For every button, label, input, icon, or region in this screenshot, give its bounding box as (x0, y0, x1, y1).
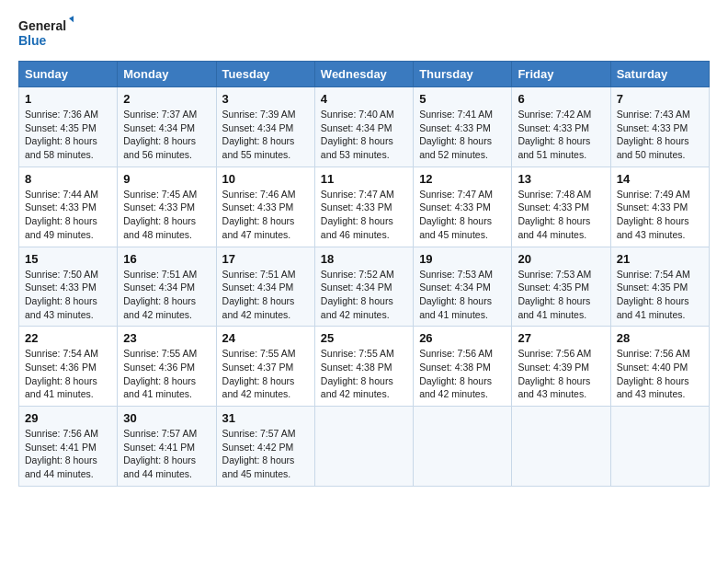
svg-text:General: General (18, 18, 66, 33)
day-detail: Sunrise: 7:36 AMSunset: 4:35 PMDaylight:… (25, 108, 111, 162)
calendar-cell (512, 407, 610, 487)
day-detail: Sunrise: 7:55 AMSunset: 4:38 PMDaylight:… (321, 347, 407, 401)
day-number: 15 (25, 252, 111, 266)
weekday-header-cell: Friday (512, 62, 610, 87)
day-number: 1 (25, 92, 111, 106)
day-number: 30 (123, 411, 210, 425)
day-detail: Sunrise: 7:37 AMSunset: 4:34 PMDaylight:… (123, 108, 210, 162)
calendar-cell: 1Sunrise: 7:36 AMSunset: 4:35 PMDaylight… (19, 87, 118, 167)
day-number: 11 (321, 172, 407, 186)
day-number: 2 (123, 92, 210, 106)
weekday-header-cell: Wednesday (314, 62, 413, 87)
day-detail: Sunrise: 7:47 AMSunset: 4:33 PMDaylight:… (321, 188, 407, 242)
day-number: 18 (321, 252, 407, 266)
day-detail: Sunrise: 7:53 AMSunset: 4:34 PMDaylight:… (419, 268, 506, 322)
day-number: 17 (222, 252, 309, 266)
header: General Blue (18, 15, 710, 52)
day-detail: Sunrise: 7:57 AMSunset: 4:41 PMDaylight:… (123, 427, 210, 481)
day-detail: Sunrise: 7:47 AMSunset: 4:33 PMDaylight:… (419, 188, 506, 242)
day-detail: Sunrise: 7:48 AMSunset: 4:33 PMDaylight:… (518, 188, 604, 242)
day-number: 8 (25, 172, 111, 186)
calendar-cell: 27Sunrise: 7:56 AMSunset: 4:39 PMDayligh… (512, 327, 610, 407)
day-number: 10 (222, 172, 309, 186)
calendar: SundayMondayTuesdayWednesdayThursdayFrid… (18, 61, 710, 487)
logo-svg: General Blue (18, 15, 74, 52)
day-detail: Sunrise: 7:40 AMSunset: 4:34 PMDaylight:… (321, 108, 407, 162)
calendar-cell: 10Sunrise: 7:46 AMSunset: 4:33 PMDayligh… (216, 167, 314, 247)
calendar-cell: 5Sunrise: 7:41 AMSunset: 4:33 PMDaylight… (414, 87, 512, 167)
calendar-cell: 18Sunrise: 7:52 AMSunset: 4:34 PMDayligh… (314, 247, 413, 327)
calendar-cell (314, 407, 413, 487)
day-detail: Sunrise: 7:44 AMSunset: 4:33 PMDaylight:… (25, 188, 111, 242)
calendar-cell: 3Sunrise: 7:39 AMSunset: 4:34 PMDaylight… (216, 87, 314, 167)
calendar-cell: 23Sunrise: 7:55 AMSunset: 4:36 PMDayligh… (118, 327, 216, 407)
calendar-cell: 16Sunrise: 7:51 AMSunset: 4:34 PMDayligh… (118, 247, 216, 327)
weekday-header-cell: Sunday (19, 62, 118, 87)
day-number: 9 (123, 172, 210, 186)
weekday-header-cell: Tuesday (216, 62, 314, 87)
day-detail: Sunrise: 7:46 AMSunset: 4:33 PMDaylight:… (222, 188, 309, 242)
calendar-cell: 20Sunrise: 7:53 AMSunset: 4:35 PMDayligh… (512, 247, 610, 327)
day-number: 29 (25, 411, 111, 425)
calendar-cell: 24Sunrise: 7:55 AMSunset: 4:37 PMDayligh… (216, 327, 314, 407)
calendar-cell (610, 407, 709, 487)
day-detail: Sunrise: 7:56 AMSunset: 4:41 PMDaylight:… (25, 427, 111, 481)
day-number: 23 (123, 331, 210, 345)
day-number: 3 (222, 92, 309, 106)
day-detail: Sunrise: 7:52 AMSunset: 4:34 PMDaylight:… (321, 268, 407, 322)
svg-marker-2 (69, 15, 74, 24)
day-number: 5 (419, 92, 506, 106)
day-number: 6 (518, 92, 604, 106)
calendar-cell: 6Sunrise: 7:42 AMSunset: 4:33 PMDaylight… (512, 87, 610, 167)
day-detail: Sunrise: 7:51 AMSunset: 4:34 PMDaylight:… (123, 268, 210, 322)
day-number: 20 (518, 252, 604, 266)
calendar-cell: 11Sunrise: 7:47 AMSunset: 4:33 PMDayligh… (314, 167, 413, 247)
weekday-header-cell: Thursday (414, 62, 512, 87)
day-detail: Sunrise: 7:51 AMSunset: 4:34 PMDaylight:… (222, 268, 309, 322)
day-detail: Sunrise: 7:54 AMSunset: 4:35 PMDaylight:… (617, 268, 703, 322)
day-detail: Sunrise: 7:53 AMSunset: 4:35 PMDaylight:… (518, 268, 604, 322)
calendar-cell: 7Sunrise: 7:43 AMSunset: 4:33 PMDaylight… (610, 87, 709, 167)
day-number: 19 (419, 252, 506, 266)
day-detail: Sunrise: 7:56 AMSunset: 4:38 PMDaylight:… (419, 347, 506, 401)
calendar-cell: 14Sunrise: 7:49 AMSunset: 4:33 PMDayligh… (610, 167, 709, 247)
day-number: 13 (518, 172, 604, 186)
day-detail: Sunrise: 7:54 AMSunset: 4:36 PMDaylight:… (25, 347, 111, 401)
day-number: 22 (25, 331, 111, 345)
calendar-cell: 17Sunrise: 7:51 AMSunset: 4:34 PMDayligh… (216, 247, 314, 327)
day-number: 21 (617, 252, 703, 266)
day-number: 27 (518, 331, 604, 345)
calendar-cell: 8Sunrise: 7:44 AMSunset: 4:33 PMDaylight… (19, 167, 118, 247)
day-detail: Sunrise: 7:45 AMSunset: 4:33 PMDaylight:… (123, 188, 210, 242)
calendar-cell: 28Sunrise: 7:56 AMSunset: 4:40 PMDayligh… (610, 327, 709, 407)
day-detail: Sunrise: 7:55 AMSunset: 4:36 PMDaylight:… (123, 347, 210, 401)
day-number: 12 (419, 172, 506, 186)
day-detail: Sunrise: 7:56 AMSunset: 4:40 PMDaylight:… (617, 347, 703, 401)
calendar-cell: 4Sunrise: 7:40 AMSunset: 4:34 PMDaylight… (314, 87, 413, 167)
day-detail: Sunrise: 7:57 AMSunset: 4:42 PMDaylight:… (222, 427, 309, 481)
day-number: 4 (321, 92, 407, 106)
weekday-header-cell: Saturday (610, 62, 709, 87)
calendar-cell: 19Sunrise: 7:53 AMSunset: 4:34 PMDayligh… (414, 247, 512, 327)
day-detail: Sunrise: 7:56 AMSunset: 4:39 PMDaylight:… (518, 347, 604, 401)
calendar-cell: 22Sunrise: 7:54 AMSunset: 4:36 PMDayligh… (19, 327, 118, 407)
calendar-cell: 29Sunrise: 7:56 AMSunset: 4:41 PMDayligh… (19, 407, 118, 487)
day-number: 7 (617, 92, 703, 106)
calendar-cell: 15Sunrise: 7:50 AMSunset: 4:33 PMDayligh… (19, 247, 118, 327)
calendar-cell: 13Sunrise: 7:48 AMSunset: 4:33 PMDayligh… (512, 167, 610, 247)
calendar-cell: 31Sunrise: 7:57 AMSunset: 4:42 PMDayligh… (216, 407, 314, 487)
weekday-header-cell: Monday (118, 62, 216, 87)
day-number: 25 (321, 331, 407, 345)
day-detail: Sunrise: 7:49 AMSunset: 4:33 PMDaylight:… (617, 188, 703, 242)
day-detail: Sunrise: 7:42 AMSunset: 4:33 PMDaylight:… (518, 108, 604, 162)
svg-text:Blue: Blue (18, 33, 47, 48)
logo: General Blue (18, 15, 74, 52)
page: General Blue SundayMondayTuesdayWednesda… (0, 0, 728, 563)
calendar-cell: 2Sunrise: 7:37 AMSunset: 4:34 PMDaylight… (118, 87, 216, 167)
day-detail: Sunrise: 7:50 AMSunset: 4:33 PMDaylight:… (25, 268, 111, 322)
day-detail: Sunrise: 7:39 AMSunset: 4:34 PMDaylight:… (222, 108, 309, 162)
day-detail: Sunrise: 7:43 AMSunset: 4:33 PMDaylight:… (617, 108, 703, 162)
day-number: 31 (222, 411, 309, 425)
calendar-cell: 9Sunrise: 7:45 AMSunset: 4:33 PMDaylight… (118, 167, 216, 247)
calendar-cell: 26Sunrise: 7:56 AMSunset: 4:38 PMDayligh… (414, 327, 512, 407)
